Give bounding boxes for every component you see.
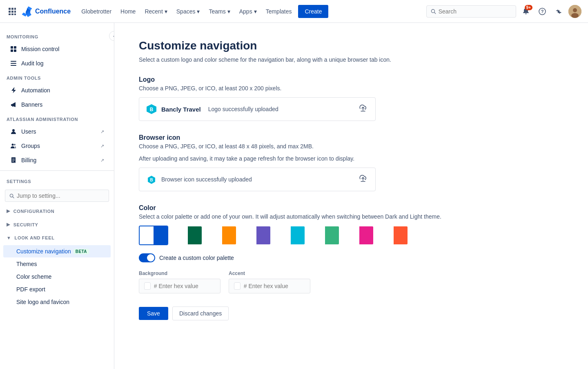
svg-rect-3 xyxy=(9,11,11,13)
sidebar-item-users[interactable]: Users ↗ xyxy=(3,125,111,139)
atlassian-admin-section-title: ATLASSIAN ADMINISTRATION xyxy=(0,112,114,124)
grid-menu-icon[interactable] xyxy=(7,6,18,17)
color-section-title: Color xyxy=(139,204,564,212)
logo-section-desc: Choose a PNG, JPEG, or ICO, at least 200… xyxy=(139,85,564,92)
sidebar-item-audit-log[interactable]: Audit log xyxy=(3,56,111,70)
bolt-icon xyxy=(10,87,17,94)
security-section[interactable]: ▶ SECURITY xyxy=(0,219,114,230)
settings-button[interactable] xyxy=(552,5,565,18)
browser-icon-placeholder: B xyxy=(146,174,157,185)
browser-icon-upload-box[interactable]: B Browser icon successfully uploaded xyxy=(139,168,376,191)
topnav-link-home[interactable]: Home xyxy=(116,6,140,17)
settings-search-icon xyxy=(9,193,14,199)
look-and-feel-section[interactable]: ▼ LOOK AND FEEL xyxy=(0,232,114,244)
sidebar-label-audit-log: Audit log xyxy=(21,60,104,67)
color-palette-4[interactable] xyxy=(242,226,271,245)
billing-arrow-icon: ↗ xyxy=(100,158,104,163)
sidebar-label-banners: Banners xyxy=(21,101,104,108)
color-palette-5[interactable] xyxy=(276,226,305,245)
palette-3-right xyxy=(222,226,236,244)
sidebar-item-themes[interactable]: Themes xyxy=(3,258,111,270)
color-palette-6[interactable] xyxy=(310,226,340,245)
logo-upload-button[interactable] xyxy=(357,103,369,115)
svg-rect-7 xyxy=(11,13,13,15)
sidebar-item-billing[interactable]: Billing ↗ xyxy=(3,153,111,167)
topnav-link-apps[interactable]: Apps ▾ xyxy=(235,6,261,17)
accent-hex-input[interactable] xyxy=(244,283,305,289)
color-palette-3[interactable] xyxy=(207,226,237,245)
palette-8-left xyxy=(380,226,394,244)
background-color-field: Background xyxy=(139,271,220,293)
brand-logo-display: Bancly Travel xyxy=(161,106,201,113)
groups-arrow-icon: ↗ xyxy=(100,143,104,149)
settings-search-input[interactable] xyxy=(17,192,105,199)
config-chevron-icon: ▶ xyxy=(7,208,10,214)
topnav: Confluence Globetrotter Home Recent ▾ Sp… xyxy=(0,0,588,23)
logo-upload-status: Logo successfully uploaded xyxy=(208,106,278,112)
background-label: Background xyxy=(139,271,220,276)
custom-color-toggle[interactable] xyxy=(139,253,155,262)
topnav-link-teams[interactable]: Teams ▾ xyxy=(205,6,234,17)
search-box[interactable] xyxy=(426,5,516,18)
sidebar-label-users: Users xyxy=(21,128,96,135)
confluence-logo[interactable]: Confluence xyxy=(21,6,71,17)
svg-rect-6 xyxy=(9,13,11,15)
settings-section-title: SETTINGS xyxy=(0,174,114,186)
logo-upload-box[interactable]: B Bancly Travel Logo successfully upload… xyxy=(139,97,376,121)
palette-4-right xyxy=(256,226,270,244)
save-button[interactable]: Save xyxy=(139,307,168,320)
color-palette-1[interactable] xyxy=(139,226,168,245)
configuration-section[interactable]: ▶ CONFIGURATION xyxy=(0,205,114,217)
help-button[interactable]: ? xyxy=(536,5,549,18)
svg-rect-17 xyxy=(11,49,13,52)
grid-small-icon xyxy=(10,45,17,53)
sidebar-item-customize-navigation[interactable]: Customize navigation BETA xyxy=(3,245,111,257)
notifications-button[interactable]: 9+ xyxy=(519,5,532,18)
svg-point-22 xyxy=(12,129,15,132)
users-arrow-icon: ↗ xyxy=(100,129,104,134)
svg-point-24 xyxy=(14,144,16,145)
svg-rect-4 xyxy=(11,11,13,13)
upload-cloud-icon-2 xyxy=(359,175,368,184)
svg-rect-15 xyxy=(11,46,13,49)
discard-button[interactable]: Discard changes xyxy=(172,306,229,320)
color-palette-8[interactable] xyxy=(379,226,408,245)
topnav-link-globetrotter[interactable]: Globetrotter xyxy=(77,6,116,17)
logo-upload-left: B Bancly Travel Logo successfully upload… xyxy=(146,103,278,115)
user-avatar[interactable] xyxy=(568,5,581,18)
background-input-wrap[interactable] xyxy=(139,279,220,293)
sidebar-item-banners[interactable]: Banners xyxy=(3,98,111,112)
sidebar-item-groups[interactable]: Groups ↗ xyxy=(3,139,111,153)
logo-section: Logo Choose a PNG, JPEG, or ICO, at leas… xyxy=(139,76,564,121)
pdf-export-label: PDF export xyxy=(16,286,45,293)
person-icon xyxy=(10,128,17,135)
svg-point-14 xyxy=(571,13,579,18)
sidebar-item-pdf-export[interactable]: PDF export xyxy=(3,283,111,295)
sidebar-item-automation[interactable]: Automation xyxy=(3,83,111,97)
sidebar-item-mission-control[interactable]: Mission control xyxy=(3,42,111,56)
color-palette-2[interactable] xyxy=(173,226,203,245)
topnav-link-spaces[interactable]: Spaces ▾ xyxy=(172,6,204,17)
svg-rect-5 xyxy=(14,11,16,13)
sidebar-item-site-logo-favicon[interactable]: Site logo and favicon xyxy=(3,296,111,308)
settings-icon xyxy=(555,8,562,15)
settings-search[interactable] xyxy=(5,190,109,202)
browser-icon-title: Browser icon xyxy=(139,134,564,141)
look-and-feel-label: LOOK AND FEEL xyxy=(15,235,55,240)
sidebar-item-color-scheme[interactable]: Color scheme xyxy=(3,271,111,283)
color-section: Color Select a color palette or add one … xyxy=(139,204,564,293)
svg-rect-0 xyxy=(9,8,11,10)
accent-input-wrap[interactable] xyxy=(229,279,310,293)
color-palette-7[interactable] xyxy=(345,226,374,245)
action-buttons: Save Discard changes xyxy=(139,306,564,320)
background-hex-input[interactable] xyxy=(154,283,215,289)
security-chevron-icon: ▶ xyxy=(7,222,10,227)
svg-rect-18 xyxy=(14,49,16,52)
search-input[interactable] xyxy=(439,8,512,15)
topnav-link-recent[interactable]: Recent ▾ xyxy=(140,6,171,17)
create-button[interactable]: Create xyxy=(298,5,328,18)
topnav-link-templates[interactable]: Templates xyxy=(262,6,296,17)
app-layout: ‹ MONITORING Mission control xyxy=(0,23,588,369)
browser-icon-upload-button[interactable] xyxy=(357,174,369,185)
svg-rect-21 xyxy=(11,65,16,66)
